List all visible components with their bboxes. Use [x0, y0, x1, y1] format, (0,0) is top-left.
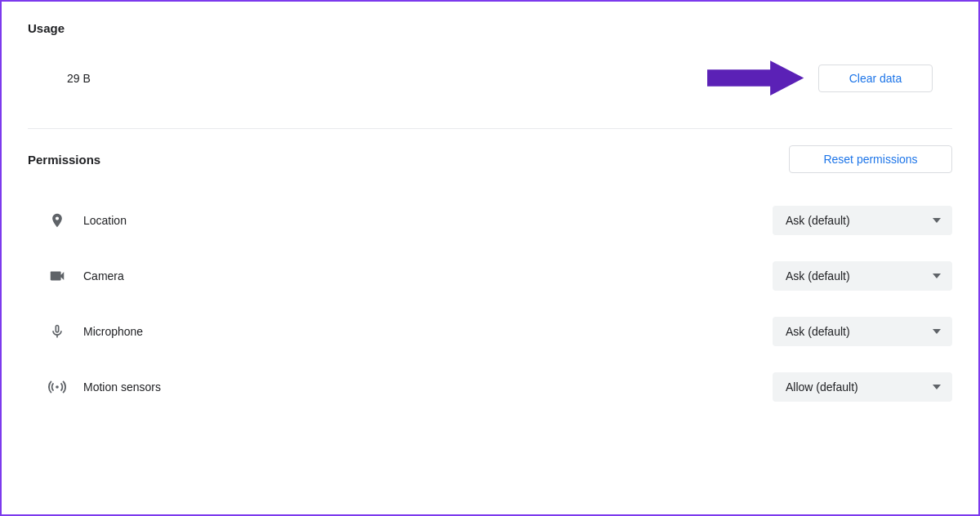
location-label: Location — [83, 214, 127, 227]
permission-left-microphone: Microphone — [47, 322, 143, 341]
location-select[interactable]: Ask (default) Allow Block — [773, 206, 952, 235]
arrow-icon — [707, 58, 805, 99]
permission-left-motion-sensors: Motion sensors — [47, 377, 161, 397]
usage-row: 29 B Clear data — [28, 48, 952, 109]
camera-select[interactable]: Ask (default) Allow Block — [773, 261, 952, 291]
svg-marker-0 — [707, 60, 804, 96]
permission-row-location: Location Ask (default) Allow Block — [28, 193, 952, 248]
camera-label: Camera — [83, 269, 124, 282]
location-icon — [47, 211, 67, 230]
motion-sensors-icon — [47, 377, 67, 397]
usage-section-title: Usage — [28, 21, 952, 35]
location-select-wrapper: Ask (default) Allow Block — [773, 206, 952, 235]
svg-point-1 — [56, 385, 59, 389]
permission-row-microphone: Microphone Ask (default) Allow Block — [28, 304, 952, 359]
motion-sensors-select-wrapper: Allow (default) Ask Block — [773, 372, 952, 402]
reset-permissions-button[interactable]: Reset permissions — [789, 145, 952, 173]
clear-data-button[interactable]: Clear data — [818, 64, 933, 92]
microphone-select-wrapper: Ask (default) Allow Block — [773, 317, 952, 346]
permission-left-location: Location — [47, 211, 127, 230]
motion-sensors-select[interactable]: Allow (default) Ask Block — [773, 372, 952, 402]
camera-select-wrapper: Ask (default) Allow Block — [773, 261, 952, 291]
permission-row-camera: Camera Ask (default) Allow Block — [28, 248, 952, 304]
microphone-label: Microphone — [83, 325, 143, 338]
motion-sensors-label: Motion sensors — [83, 380, 161, 394]
page-container: Usage 29 B Clear data Permissions Reset … — [2, 2, 978, 434]
usage-value: 29 B — [67, 72, 91, 85]
permissions-section-title: Permissions — [28, 153, 100, 167]
camera-icon — [47, 266, 67, 286]
permission-row-motion-sensors: Motion sensors Allow (default) Ask Block — [28, 359, 952, 415]
microphone-icon — [47, 322, 67, 341]
section-divider — [28, 128, 952, 129]
microphone-select[interactable]: Ask (default) Allow Block — [773, 317, 952, 346]
clear-data-container: Clear data — [707, 58, 933, 99]
permission-left-camera: Camera — [47, 266, 124, 286]
permissions-header: Permissions Reset permissions — [28, 145, 952, 173]
